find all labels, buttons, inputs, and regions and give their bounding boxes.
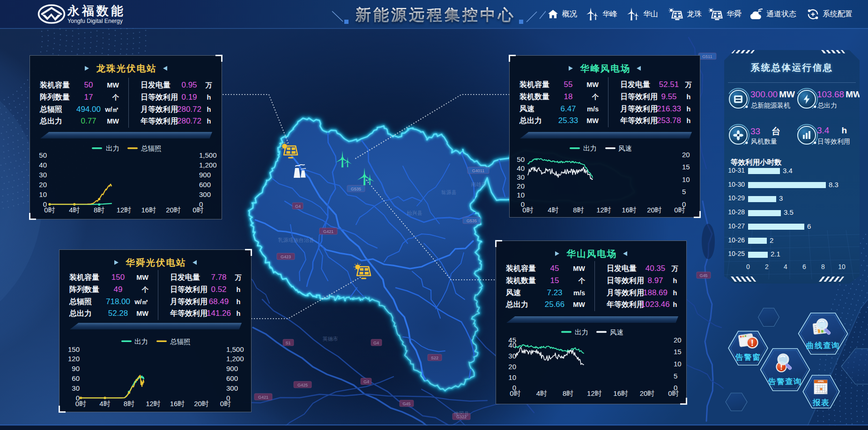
- svg-text:20: 20: [682, 151, 690, 159]
- svg-text:16时: 16时: [622, 206, 637, 214]
- svg-text:报表: 报表: [812, 398, 830, 407]
- svg-text:0: 0: [199, 200, 203, 208]
- svg-text:清远市: 清远市: [320, 295, 336, 300]
- svg-text:20: 20: [508, 363, 516, 371]
- svg-text:10: 10: [508, 373, 516, 381]
- svg-text:30: 30: [517, 173, 525, 181]
- svg-text:16时: 16时: [613, 389, 628, 397]
- svg-text:60: 60: [72, 374, 80, 382]
- svg-text:0: 0: [226, 394, 230, 402]
- svg-text:出力: 出力: [583, 145, 597, 152]
- svg-text:G425: G425: [297, 383, 308, 387]
- svg-text:永福数能: 永福数能: [67, 4, 126, 18]
- svg-text:600: 600: [226, 374, 238, 382]
- svg-text:10: 10: [682, 175, 690, 183]
- svg-text:出力: 出力: [134, 338, 148, 345]
- svg-text:10: 10: [517, 191, 525, 199]
- svg-text:12时: 12时: [146, 400, 161, 408]
- svg-text:20时: 20时: [647, 206, 662, 214]
- svg-text:告警窗: 告警窗: [735, 353, 761, 361]
- svg-text:0时: 0时: [510, 389, 520, 397]
- svg-text:20时: 20时: [166, 206, 181, 214]
- svg-text:0时: 0时: [674, 206, 685, 214]
- svg-text:20时: 20时: [640, 389, 655, 397]
- svg-text:1,200: 1,200: [199, 161, 217, 169]
- svg-text:10: 10: [39, 190, 47, 198]
- svg-text:12时: 12时: [117, 206, 132, 214]
- svg-text:50: 50: [517, 155, 525, 163]
- svg-text:20: 20: [39, 181, 47, 189]
- svg-text:告警查询: 告警查询: [768, 377, 802, 386]
- svg-text:600: 600: [199, 181, 211, 189]
- svg-text:0时: 0时: [44, 206, 55, 214]
- svg-text:总辐照: 总辐照: [141, 145, 162, 152]
- svg-text:4时: 4时: [536, 389, 547, 397]
- svg-text:12时: 12时: [596, 206, 611, 214]
- svg-text:0时: 0时: [193, 206, 203, 214]
- svg-text:0: 0: [674, 384, 677, 392]
- svg-text:10: 10: [674, 360, 682, 368]
- svg-text:Yongfu Digital Energy: Yongfu Digital Energy: [67, 18, 123, 24]
- svg-text:1,500: 1,500: [226, 345, 244, 353]
- svg-text:0: 0: [43, 200, 47, 208]
- svg-text:15: 15: [674, 348, 682, 356]
- svg-text:12时: 12时: [587, 389, 602, 397]
- svg-text:英德市: 英德市: [323, 336, 338, 342]
- svg-text:5: 5: [674, 372, 677, 380]
- svg-text:0: 0: [512, 384, 516, 392]
- svg-text:0时: 0时: [668, 389, 679, 397]
- svg-text:45: 45: [508, 336, 516, 344]
- svg-text:4时: 4时: [99, 400, 110, 408]
- svg-text:风速: 风速: [618, 145, 632, 152]
- svg-text:40: 40: [39, 161, 47, 169]
- svg-text:20: 20: [517, 182, 525, 190]
- svg-text:出力: 出力: [106, 145, 119, 152]
- svg-text:8时: 8时: [573, 206, 584, 214]
- svg-text:5: 5: [682, 188, 686, 196]
- svg-text:30: 30: [508, 352, 516, 360]
- svg-text:20时: 20时: [194, 400, 209, 408]
- svg-text:4时: 4时: [548, 206, 558, 214]
- svg-text:出力: 出力: [575, 328, 588, 336]
- svg-text:S1: S1: [285, 341, 290, 345]
- svg-text:150: 150: [68, 345, 80, 353]
- svg-text:15: 15: [682, 163, 690, 171]
- svg-text:APRIL: APRIL: [818, 380, 824, 383]
- svg-text:乳源瑶族自治县: 乳源瑶族自治县: [278, 237, 314, 243]
- svg-text:曲线查询: 曲线查询: [806, 341, 840, 350]
- svg-text:佛冈县: 佛冈县: [454, 411, 469, 416]
- svg-text:G45: G45: [699, 273, 707, 278]
- svg-text:总辐照: 总辐照: [170, 338, 191, 345]
- svg-text:8时: 8时: [124, 400, 134, 408]
- svg-text:G423: G423: [281, 255, 291, 259]
- svg-text:16时: 16时: [170, 400, 185, 408]
- svg-text:900: 900: [199, 171, 211, 179]
- svg-text:翁源县: 翁源县: [441, 189, 457, 195]
- svg-text:1,500: 1,500: [199, 151, 217, 159]
- svg-text:300: 300: [199, 190, 211, 198]
- svg-text:G511: G511: [702, 54, 712, 59]
- svg-text:120: 120: [68, 355, 80, 363]
- svg-text:1,200: 1,200: [226, 355, 244, 363]
- svg-text:900: 900: [226, 364, 238, 372]
- svg-text:G4: G4: [295, 204, 301, 209]
- svg-text:风速: 风速: [610, 328, 623, 336]
- svg-text:30: 30: [72, 384, 80, 392]
- svg-text:G535: G535: [351, 187, 361, 191]
- svg-text:G4: G4: [373, 341, 379, 345]
- svg-text:30: 30: [39, 171, 47, 179]
- svg-text:20: 20: [674, 336, 682, 344]
- svg-text:南雄市: 南雄市: [471, 182, 487, 187]
- svg-text:50: 50: [39, 151, 47, 159]
- svg-text:40: 40: [508, 341, 516, 349]
- svg-text:0: 0: [521, 200, 525, 208]
- svg-text:!: !: [751, 338, 754, 348]
- svg-text:0: 0: [76, 394, 80, 402]
- svg-text:0时: 0时: [220, 400, 231, 408]
- svg-text:S22: S22: [431, 356, 438, 360]
- svg-text:G535: G535: [467, 219, 477, 223]
- svg-text:16时: 16时: [141, 206, 156, 214]
- svg-text:0时: 0时: [522, 206, 533, 214]
- svg-text:8时: 8时: [94, 206, 104, 214]
- svg-text:G421: G421: [323, 229, 334, 234]
